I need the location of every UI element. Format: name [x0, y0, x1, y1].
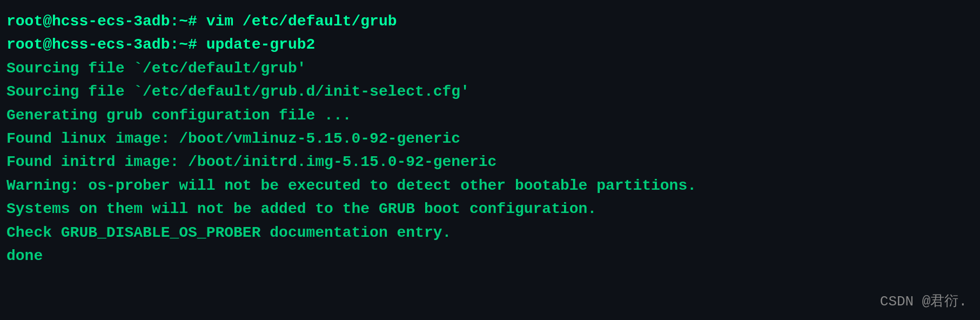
terminal-line-3: Sourcing file `/etc/default/grub' — [6, 57, 974, 80]
terminal-line-9: Systems on them will not be added to the… — [6, 197, 974, 221]
terminal-window: root@hcss-ecs-3adb:~# vim /etc/default/g… — [0, 0, 980, 320]
terminal-line-11: done — [6, 244, 974, 268]
terminal-line-6: Found linux image: /boot/vmlinuz-5.15.0-… — [6, 127, 974, 150]
terminal-line-1: root@hcss-ecs-3adb:~# vim /etc/default/g… — [6, 10, 974, 33]
terminal-line-4: Sourcing file `/etc/default/grub.d/init-… — [6, 80, 974, 103]
terminal-line-10: Check GRUB_DISABLE_OS_PROBER documentati… — [6, 221, 974, 244]
watermark-text: CSDN @君衍. — [880, 291, 967, 310]
terminal-line-7: Found initrd image: /boot/initrd.img-5.1… — [6, 150, 974, 174]
terminal-line-2: root@hcss-ecs-3adb:~# update-grub2 — [6, 33, 974, 56]
terminal-line-8: Warning: os-prober will not be executed … — [6, 174, 974, 197]
terminal-line-5: Generating grub configuration file ... — [6, 104, 974, 127]
